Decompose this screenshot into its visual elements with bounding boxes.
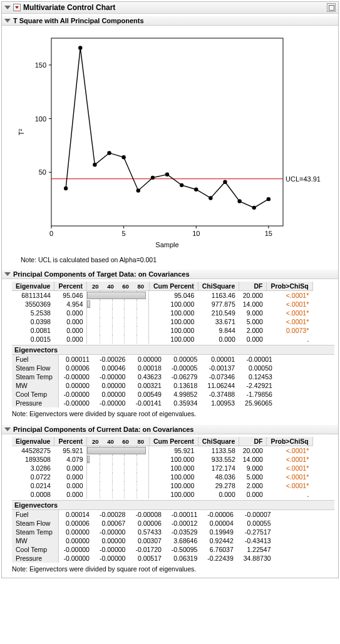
pc-table: EigenvaluePercent20406080Cum PercentChiS… bbox=[12, 437, 313, 499]
eigenvectors-header: Eigenvectors bbox=[12, 500, 334, 510]
table-row: 4452827595.92195.9211133.5820.000<.0001* bbox=[12, 446, 312, 456]
main-title: Multivariate Control Chart bbox=[23, 3, 115, 12]
table-row: 18935084.079100.000933.55214.000<.0001* bbox=[12, 455, 312, 464]
main-panel: Multivariate Control Chart T Square with… bbox=[1, 1, 339, 578]
main-titlebar: Multivariate Control Chart bbox=[2, 2, 338, 14]
col-df: DF bbox=[239, 282, 267, 291]
eigenvector-table: Fuel0.00014-0.00028-0.00008-0.00011-0.00… bbox=[12, 510, 276, 563]
svg-point-25 bbox=[150, 176, 154, 180]
eigenvector-note: Note: Eigenvectors were divided by squar… bbox=[12, 563, 334, 576]
table-row: Fuel0.00011-0.000260.000000.000050.00001… bbox=[12, 355, 277, 364]
col-chi: ChiSquare bbox=[198, 282, 239, 291]
table-row: MW0.000000.000000.003073.686460.92442-0.… bbox=[12, 536, 276, 545]
table-row: 5.25380.000100.000210.5499.000<.0001* bbox=[12, 309, 312, 317]
svg-text:5: 5 bbox=[121, 230, 125, 237]
table-row: Steam Flow0.000060.000460.00018-0.00005-… bbox=[12, 364, 277, 372]
svg-text:UCL=43.91: UCL=43.91 bbox=[286, 175, 321, 183]
table-row: 0.00150.000100.0000.0000.000. bbox=[12, 335, 312, 344]
svg-point-21 bbox=[93, 163, 96, 166]
eigenvector-table: Fuel0.00011-0.000260.000000.000050.00001… bbox=[12, 355, 277, 407]
popout-icon[interactable] bbox=[327, 3, 336, 12]
pc-current-header: Principal Components of Current Data: on… bbox=[2, 425, 338, 434]
table-row: 0.02140.000100.00029.2782.000<.0001* bbox=[12, 481, 312, 490]
table-row: 0.00810.000100.0009.8442.0000.0073* bbox=[12, 326, 312, 335]
svg-point-30 bbox=[223, 180, 227, 184]
col-barchart: 20406080 bbox=[86, 437, 149, 446]
svg-point-28 bbox=[194, 188, 198, 192]
col-cum: Cum Percent bbox=[149, 282, 198, 291]
eigenvector-note: Note: Eigenvectors were divided by squar… bbox=[12, 407, 334, 421]
svg-text:15: 15 bbox=[264, 230, 272, 237]
chart-section-header: T Square with All Principal Components bbox=[2, 16, 338, 26]
svg-point-31 bbox=[237, 199, 241, 203]
pc-target-body: EigenvaluePercent20406080Cum PercentChiS… bbox=[2, 279, 338, 422]
svg-text:100: 100 bbox=[34, 115, 46, 123]
table-row: MW0.000000.000000.003210.1361811.06244-2… bbox=[12, 381, 277, 390]
disclosure-icon[interactable] bbox=[4, 19, 11, 23]
svg-text:10: 10 bbox=[192, 230, 200, 237]
col-eigen: Eigenvalue bbox=[12, 282, 54, 291]
disclosure-icon[interactable] bbox=[4, 272, 11, 276]
table-row: 0.03980.000100.00033.6715.000<.0001* bbox=[12, 317, 312, 326]
table-row: Pressure-0.00000-0.00000-0.001410.359341… bbox=[12, 399, 277, 407]
pc-current-title: Principal Components of Current Data: on… bbox=[13, 426, 194, 433]
table-row: 0.00080.000100.0000.0000.000. bbox=[12, 490, 312, 499]
table-row: Cool Temp-0.00000-0.00000-0.01720-0.5009… bbox=[12, 545, 276, 554]
svg-text:50: 50 bbox=[38, 168, 46, 176]
t2-chart: 50100150051015SampleT²UCL=43.91 bbox=[14, 32, 327, 251]
col-eigen: Eigenvalue bbox=[12, 437, 54, 446]
svg-point-23 bbox=[121, 155, 125, 159]
pc-table: EigenvaluePercent20406080Cum PercentChiS… bbox=[12, 282, 313, 344]
chart-section-title: T Square with All Principal Components bbox=[13, 17, 144, 24]
table-row: 3.02860.000100.000172.1749.000<.0001* bbox=[12, 464, 312, 473]
table-row: 35503694.954100.000977.87514.000<.0001* bbox=[12, 300, 312, 309]
svg-point-33 bbox=[266, 197, 270, 201]
red-triangle-menu[interactable] bbox=[13, 4, 21, 11]
svg-text:Sample: Sample bbox=[155, 241, 178, 248]
disclosure-icon[interactable] bbox=[4, 427, 11, 431]
table-row: 6811314495.04695.0461163.4620.000<.0001* bbox=[12, 291, 312, 300]
svg-point-29 bbox=[209, 196, 212, 200]
col-df: DF bbox=[239, 437, 267, 446]
pc-target-title: Principal Components of Target Data: on … bbox=[13, 270, 190, 278]
svg-text:T²: T² bbox=[18, 128, 25, 135]
table-row: Cool Temp-0.000000.000000.005494.99852-0… bbox=[12, 390, 277, 399]
col-prob: Prob>ChiSq bbox=[267, 437, 312, 446]
svg-point-26 bbox=[165, 173, 168, 176]
svg-point-19 bbox=[63, 187, 67, 190]
eigenvectors-header: Eigenvectors bbox=[12, 345, 334, 355]
svg-text:0: 0 bbox=[49, 230, 53, 237]
pc-current-body: EigenvaluePercent20406080Cum PercentChiS… bbox=[2, 434, 338, 578]
table-row: Steam Flow0.000060.000670.00006-0.000120… bbox=[12, 519, 276, 528]
table-row: Steam Temp0.00000-0.000000.57433-0.03529… bbox=[12, 528, 276, 536]
chart-note: Note: UCL is calculated based on Alpha=0… bbox=[2, 253, 338, 267]
pc-target-header: Principal Components of Target Data: on … bbox=[2, 270, 338, 279]
table-row: Fuel0.00014-0.00028-0.00008-0.00011-0.00… bbox=[12, 510, 276, 519]
col-percent: Percent bbox=[54, 282, 87, 291]
svg-point-20 bbox=[78, 46, 82, 49]
col-chi: ChiSquare bbox=[198, 437, 239, 446]
svg-text:150: 150 bbox=[34, 61, 46, 69]
svg-point-24 bbox=[136, 188, 140, 192]
svg-rect-0 bbox=[51, 38, 283, 226]
table-row: 0.07220.000100.00048.0365.000<.0001* bbox=[12, 473, 312, 481]
col-prob: Prob>ChiSq bbox=[267, 282, 312, 291]
disclosure-icon[interactable] bbox=[4, 6, 11, 9]
col-barchart: 20406080 bbox=[86, 282, 149, 291]
col-percent: Percent bbox=[54, 437, 87, 446]
table-row: Pressure-0.00000-0.000000.005170.06319-0… bbox=[12, 554, 276, 563]
svg-point-32 bbox=[252, 206, 255, 210]
svg-point-22 bbox=[107, 151, 111, 155]
table-row: Steam Temp-0.00000-0.000000.43623-0.0627… bbox=[12, 372, 277, 381]
svg-point-27 bbox=[179, 183, 183, 187]
col-cum: Cum Percent bbox=[149, 437, 198, 446]
